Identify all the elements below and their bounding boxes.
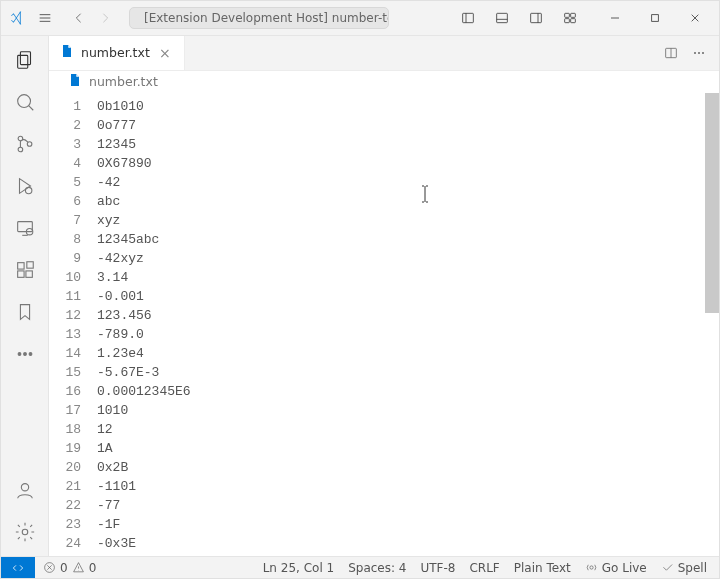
svg-rect-8 (652, 15, 659, 22)
breadcrumb-filename: number.txt (89, 74, 158, 89)
status-bar: 0 0 Ln 25, Col 1 Spaces: 4 UTF-8 CRLF Pl… (1, 556, 719, 578)
code-line[interactable]: -789.0 (97, 325, 719, 344)
code-line[interactable]: 1010 (97, 401, 719, 420)
code-line[interactable]: 12 (97, 420, 719, 439)
line-number: 9 (49, 249, 81, 268)
code-content[interactable]: 0b10100o777123450X67890-42abcxyz12345abc… (89, 93, 719, 556)
activity-remote-explorer-icon[interactable] (1, 208, 49, 248)
svg-rect-6 (565, 19, 570, 23)
svg-rect-19 (17, 271, 23, 277)
line-number: 3 (49, 135, 81, 154)
code-line[interactable]: -1F (97, 515, 719, 534)
line-number: 10 (49, 268, 81, 287)
status-indentation[interactable]: Spaces: 4 (348, 561, 406, 575)
status-language-mode[interactable]: Plain Text (514, 561, 571, 575)
breadcrumb[interactable]: number.txt (49, 71, 719, 93)
activity-source-control-icon[interactable] (1, 124, 49, 164)
status-cursor-position[interactable]: Ln 25, Col 1 (263, 561, 335, 575)
line-number: 24 (49, 534, 81, 553)
code-line[interactable]: -0.001 (97, 287, 719, 306)
tab-number-txt[interactable]: number.txt × (49, 36, 185, 70)
file-icon (67, 72, 83, 91)
code-line[interactable]: -1101 (97, 477, 719, 496)
svg-point-15 (25, 187, 31, 193)
status-go-live[interactable]: Go Live (585, 561, 647, 575)
window-maximize-icon[interactable] (635, 3, 675, 33)
app-window: [Extension Development Host] number-test (0, 0, 720, 579)
line-number: 12 (49, 306, 81, 325)
line-number: 14 (49, 344, 81, 363)
activity-run-debug-icon[interactable] (1, 166, 49, 206)
code-line[interactable]: 12345abc (97, 230, 719, 249)
nav-forward-icon (93, 6, 117, 30)
hamburger-menu-icon[interactable] (33, 6, 57, 30)
layout-toggle-primary-sidebar-icon[interactable] (451, 3, 485, 33)
activity-account-icon[interactable] (1, 470, 49, 510)
activity-bookmark-icon[interactable] (1, 292, 49, 332)
code-line[interactable]: -77 (97, 496, 719, 515)
status-encoding[interactable]: UTF-8 (420, 561, 455, 575)
layout-toggle-panel-icon[interactable] (485, 3, 519, 33)
svg-rect-18 (17, 263, 23, 269)
vscode-logo-icon (5, 6, 29, 30)
status-spell[interactable]: Spell (661, 561, 707, 575)
line-number: 5 (49, 173, 81, 192)
activity-extensions-icon[interactable] (1, 250, 49, 290)
line-number: 20 (49, 458, 81, 477)
nav-back-icon[interactable] (67, 6, 91, 30)
code-line[interactable]: 0o777 (97, 116, 719, 135)
remote-indicator-icon[interactable] (1, 557, 35, 578)
svg-rect-5 (571, 13, 576, 17)
line-number: 1 (49, 97, 81, 116)
svg-point-29 (698, 52, 700, 54)
svg-rect-2 (497, 13, 508, 22)
code-line[interactable]: 1A (97, 439, 719, 458)
line-number: 6 (49, 192, 81, 211)
code-line[interactable]: abc (97, 192, 719, 211)
code-line[interactable]: -42xyz (97, 249, 719, 268)
activity-settings-gear-icon[interactable] (1, 512, 49, 552)
tab-close-icon[interactable]: × (156, 44, 174, 62)
line-number: 17 (49, 401, 81, 420)
command-center-search[interactable]: [Extension Development Host] number-test (129, 7, 389, 29)
code-line[interactable]: 123.456 (97, 306, 719, 325)
layout-toggle-secondary-sidebar-icon[interactable] (519, 3, 553, 33)
line-number: 15 (49, 363, 81, 382)
vertical-scrollbar[interactable] (705, 93, 719, 556)
svg-point-32 (590, 566, 593, 569)
window-minimize-icon[interactable] (595, 3, 635, 33)
line-number: 23 (49, 515, 81, 534)
status-spell-label: Spell (678, 561, 707, 575)
line-number: 2 (49, 116, 81, 135)
split-editor-icon[interactable] (659, 41, 683, 65)
svg-point-11 (17, 95, 30, 108)
line-number: 21 (49, 477, 81, 496)
scrollbar-thumb[interactable] (705, 93, 719, 313)
code-line[interactable]: -0x3E (97, 534, 719, 553)
code-line[interactable]: 0x2B (97, 458, 719, 477)
code-line[interactable]: -42 (97, 173, 719, 192)
window-close-icon[interactable] (675, 3, 715, 33)
code-line[interactable]: 0X67890 (97, 154, 719, 173)
line-number: 19 (49, 439, 81, 458)
editor-more-icon[interactable] (687, 41, 711, 65)
customize-layout-icon[interactable] (553, 3, 587, 33)
code-line[interactable]: xyz (97, 211, 719, 230)
svg-rect-20 (25, 271, 31, 277)
code-line[interactable]: 0b1010 (97, 97, 719, 116)
code-line[interactable]: 3.14 (97, 268, 719, 287)
code-line[interactable]: 1.23e4 (97, 344, 719, 363)
activity-explorer-icon[interactable] (1, 40, 49, 80)
activity-more-icon[interactable] (1, 334, 49, 374)
gutter-line-numbers: 123456789101112131415161718192021222324 (49, 93, 89, 556)
status-problems[interactable]: 0 0 (43, 561, 96, 575)
activity-search-icon[interactable] (1, 82, 49, 122)
code-line[interactable]: -5.67E-3 (97, 363, 719, 382)
svg-rect-1 (463, 13, 474, 22)
code-line[interactable]: 12345 (97, 135, 719, 154)
status-eol[interactable]: CRLF (469, 561, 499, 575)
code-line[interactable]: 0.00012345E6 (97, 382, 719, 401)
editor-code-area[interactable]: 123456789101112131415161718192021222324 … (49, 93, 719, 556)
status-errors-count: 0 (60, 561, 68, 575)
tab-label: number.txt (81, 45, 150, 60)
